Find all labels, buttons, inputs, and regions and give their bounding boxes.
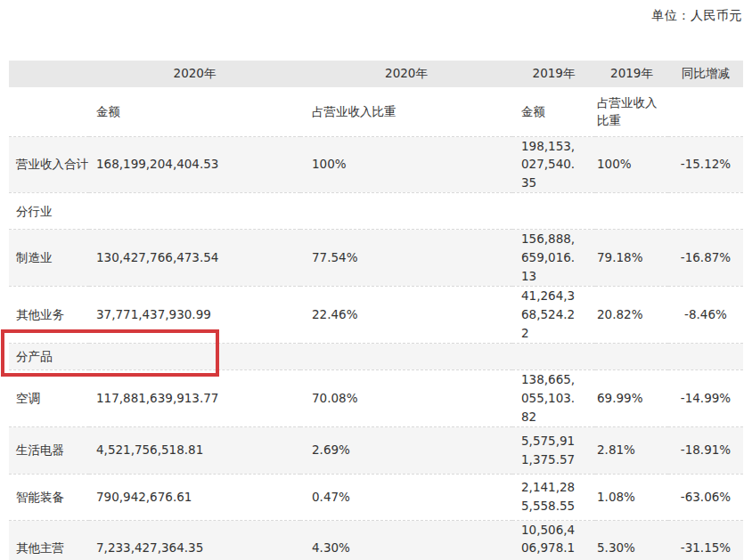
header-yoy-change: 同比增减 [668,61,743,87]
amount-2019-cell: 41,264,368,524.22 [512,287,595,344]
amount-2020-cell: 37,771,437,930.99 [89,287,300,344]
row-label: 其他主营 [9,520,89,560]
row-label: 营业收入合计 [9,136,89,193]
amount-2020-cell: 117,881,639,913.77 [89,369,300,426]
amount-2019-cell: 138,665,055,103.82 [512,369,595,426]
amount-2019-cell: 10,506,406,978.19 [512,520,595,560]
header-year-2019-pct: 2019年 [595,61,668,87]
pct-2019-cell: 20.82% [595,287,668,344]
yoy-change-cell: -8.46% [668,287,743,344]
subheader-pct-2019: 占营业收入比重 [595,87,668,136]
amount-2020-cell: 7,233,427,364.35 [89,520,300,560]
yoy-change-cell: -15.12% [668,136,743,193]
row-label: 空调 [9,369,89,426]
amount-2019-cell-text: 41,264,368,524.22 [521,287,582,343]
report-page: 单位：人民币元 2020年 2020年 2019年 2019年 同比增减 金额 … [0,0,752,560]
pct-2019-cell: 1.08% [595,474,668,520]
amount-2019-cell-text: 2,141,285,558.55 [521,478,582,515]
subheader-pct-2019-text: 占营业收入比重 [597,93,668,130]
amount-2019-cell-text: 156,888,659,016.13 [521,230,582,286]
yoy-change-cell: -18.91% [668,426,743,474]
row-label: 智能装备 [9,474,89,520]
row-label: 制造业 [9,230,89,287]
revenue-breakdown-table: 2020年 2020年 2019年 2019年 同比增减 金额 占营业收入比重 … [9,61,743,560]
table-row: 其他业务37,771,437,930.9922.46%41,264,368,52… [9,287,743,344]
pct-2020-cell: 4.30% [300,520,512,560]
header-year-2019-amount: 2019年 [512,61,595,87]
pct-2019-cell: 100% [595,136,668,193]
amount-2019-cell: 156,888,659,016.13 [512,230,595,287]
pct-2020-cell: 70.08% [300,369,512,426]
pct-2020-cell: 22.46% [300,287,512,344]
subheader-yoy-spacer [668,87,743,136]
pct-2019-cell: 5.30% [595,520,668,560]
amount-2020-cell: 4,521,756,518.81 [89,426,300,474]
amount-2019-cell: 2,141,285,558.55 [512,474,595,520]
amount-2020-cell: 168,199,204,404.53 [89,136,300,193]
header-spacer [9,61,89,87]
table-row: 空调117,881,639,913.7770.08%138,665,055,10… [9,369,743,426]
row-label: 其他业务 [9,287,89,344]
header-year-2020-pct: 2020年 [300,61,512,87]
subheader-spacer [9,87,89,136]
amount-2019-cell: 198,153,027,540.35 [512,136,595,193]
header-year-2020-amount: 2020年 [89,61,300,87]
amount-2019-cell-text: 5,575,911,375.57 [521,432,582,469]
yoy-change-cell: -63.06% [668,474,743,520]
table-row: 生活电器4,521,756,518.812.69%5,575,911,375.5… [9,426,743,474]
unit-label: 单位：人民币元 [652,8,743,24]
row-label: 生活电器 [9,426,89,474]
section-row: 分产品 [9,343,743,369]
table-row: 制造业130,427,766,473.5477.54%156,888,659,0… [9,230,743,287]
amount-2019-cell-text: 138,665,055,103.82 [521,370,582,426]
pct-2019-cell: 69.99% [595,369,668,426]
section-row: 分行业 [9,193,743,230]
table-row: 其他主营7,233,427,364.354.30%10,506,406,978.… [9,520,743,560]
sub-header-row: 金额 占营业收入比重 金额 占营业收入比重 [9,87,743,136]
table-row: 智能装备790,942,676.610.47%2,141,285,558.551… [9,474,743,520]
pct-2020-cell: 2.69% [300,426,512,474]
table-body: 营业收入合计168,199,204,404.53100%198,153,027,… [9,136,743,560]
subheader-pct-2020: 占营业收入比重 [300,87,512,136]
amount-2019-cell-text: 10,506,406,978.19 [521,521,582,560]
amount-2019-cell: 5,575,911,375.57 [512,426,595,474]
yoy-change-cell: -14.99% [668,369,743,426]
yoy-change-cell: -16.87% [668,230,743,287]
amount-2020-cell: 790,942,676.61 [89,474,300,520]
section-label: 分产品 [9,343,743,369]
year-header-row: 2020年 2020年 2019年 2019年 同比增减 [9,61,743,87]
pct-2020-cell: 0.47% [300,474,512,520]
section-label: 分行业 [9,193,743,230]
subheader-amount-2020: 金额 [89,87,300,136]
yoy-change-cell: -31.15% [668,520,743,560]
pct-2020-cell: 100% [300,136,512,193]
subheader-amount-2019: 金额 [512,87,595,136]
pct-2020-cell: 77.54% [300,230,512,287]
amount-2020-cell: 130,427,766,473.54 [89,230,300,287]
table-row: 营业收入合计168,199,204,404.53100%198,153,027,… [9,136,743,193]
amount-2019-cell-text: 198,153,027,540.35 [521,137,582,193]
pct-2019-cell: 79.18% [595,230,668,287]
pct-2019-cell: 2.81% [595,426,668,474]
